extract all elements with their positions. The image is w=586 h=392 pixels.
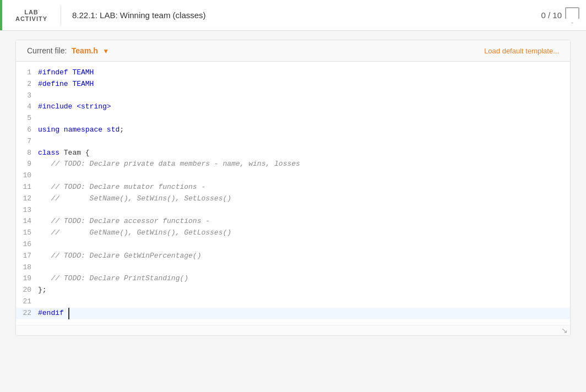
line-number: 1 (16, 67, 38, 79)
line-number: 12 (16, 193, 38, 205)
load-template-button[interactable]: Load default template... (484, 47, 559, 55)
line-number: 10 (16, 170, 38, 182)
editor-toolbar: Current file: Team.h ▼ Load default temp… (16, 40, 570, 62)
text-cursor (64, 308, 69, 319)
page-title: 8.22.1: LAB: Winning team (classes) (61, 10, 541, 20)
line-content: // GetName(), GetWins(), GetLosses() (38, 227, 570, 239)
line-number: 20 (16, 285, 38, 296)
line-number: 4 (16, 101, 38, 113)
line-content: // SetName(), SetWins(), SetLosses() (38, 193, 570, 205)
line-content: // TODO: Declare accessor functions - (38, 216, 570, 227)
line-number: 15 (16, 227, 38, 239)
code-line-4: 4#include <string> (16, 101, 570, 113)
line-number: 19 (16, 273, 38, 285)
line-number: 2 (16, 79, 38, 90)
score-badge: 0 / 10 (541, 7, 579, 24)
code-line-5: 5 (16, 113, 570, 124)
line-number: 3 (16, 90, 38, 102)
line-number: 21 (16, 296, 38, 308)
line-content: #include <string> (38, 101, 570, 113)
code-line-13: 13 (16, 205, 570, 216)
line-content: // TODO: Declare private data members - … (38, 159, 570, 170)
code-line-9: 9 // TODO: Declare private data members … (16, 159, 570, 170)
code-line-12: 12 // SetName(), SetWins(), SetLosses() (16, 193, 570, 205)
code-line-3: 3 (16, 90, 570, 102)
badge-activity-text: ACTIVITY (15, 15, 47, 22)
line-content: #define TEAMH (38, 79, 570, 90)
line-number: 22 (16, 308, 38, 319)
line-content: #endif (38, 308, 570, 319)
score-text: 0 / 10 (541, 10, 562, 20)
code-line-22: 22#endif (16, 308, 570, 319)
line-number: 11 (16, 182, 38, 193)
line-number: 7 (16, 136, 38, 148)
code-editor[interactable]: 1#ifndef TEAMH2#define TEAMH34#include <… (16, 62, 570, 325)
current-file-label: Current file: (27, 46, 67, 55)
line-number: 13 (16, 205, 38, 216)
line-content: // TODO: Declare GetWinPercentage() (38, 251, 570, 262)
line-content: using namespace std; (38, 124, 570, 136)
code-line-18: 18 (16, 262, 570, 274)
code-line-1: 1#ifndef TEAMH (16, 67, 570, 79)
file-dropdown-arrow[interactable]: ▼ (102, 47, 109, 55)
flag-icon (565, 7, 579, 24)
line-content: // TODO: Declare PrintStanding() (38, 273, 570, 285)
code-line-11: 11 // TODO: Declare mutator functions - (16, 182, 570, 193)
line-number: 17 (16, 251, 38, 262)
line-content: // TODO: Declare mutator functions - (38, 182, 570, 193)
code-line-2: 2#define TEAMH (16, 79, 570, 90)
code-line-19: 19 // TODO: Declare PrintStanding() (16, 273, 570, 285)
line-number: 9 (16, 159, 38, 170)
code-line-16: 16 (16, 239, 570, 251)
code-line-8: 8class Team { (16, 148, 570, 159)
lab-activity-badge: LAB ACTIVITY (0, 0, 61, 30)
line-number: 5 (16, 113, 38, 124)
line-number: 8 (16, 148, 38, 159)
code-line-17: 17 // TODO: Declare GetWinPercentage() (16, 251, 570, 262)
badge-lab-text: LAB (24, 9, 39, 15)
line-content: }; (38, 285, 570, 296)
line-content: class Team { (38, 148, 570, 159)
current-file-name: Team.h (72, 46, 98, 55)
code-line-10: 10 (16, 170, 570, 182)
code-line-20: 20}; (16, 285, 570, 296)
code-line-14: 14 // TODO: Declare accessor functions - (16, 216, 570, 227)
line-number: 16 (16, 239, 38, 251)
app-header: LAB ACTIVITY 8.22.1: LAB: Winning team (… (0, 0, 586, 31)
line-number: 6 (16, 124, 38, 136)
code-line-6: 6using namespace std; (16, 124, 570, 136)
resize-handle[interactable]: ↘ (16, 325, 570, 335)
code-line-15: 15 // GetName(), GetWins(), GetLosses() (16, 227, 570, 239)
current-file-container: Current file: Team.h ▼ (27, 46, 109, 56)
line-content: #ifndef TEAMH (38, 67, 570, 79)
line-number: 14 (16, 216, 38, 227)
code-line-7: 7 (16, 136, 570, 148)
code-line-21: 21 (16, 296, 570, 308)
line-number: 18 (16, 262, 38, 274)
editor-card: Current file: Team.h ▼ Load default temp… (15, 40, 571, 336)
main-content: Current file: Team.h ▼ Load default temp… (0, 31, 586, 392)
